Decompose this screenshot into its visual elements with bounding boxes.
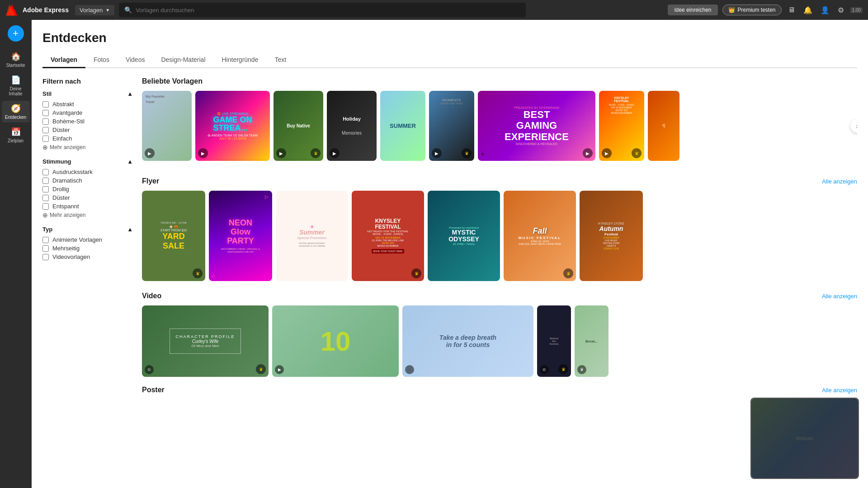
filter-item-entspannt[interactable]: Entspannt (42, 203, 133, 210)
tabs: Vorlagen Fotos Videos Design-Material Hi… (42, 52, 857, 68)
bell-icon[interactable]: 🔔 (802, 6, 814, 14)
monitor-icon[interactable]: 🖥 (786, 6, 797, 14)
template-card-moments[interactable]: MOMENTS FROM THE YEAR ▶ ♛ (429, 91, 474, 161)
filter-item-drollig[interactable]: Drollig (42, 186, 133, 192)
document-icon: 📄 (11, 75, 21, 85)
play-icon-4[interactable]: ▶ (330, 148, 340, 158)
filter-header-typ[interactable]: Typ ▲ (42, 226, 133, 233)
add-icon: + (481, 150, 485, 158)
filter-item-videovorlagen[interactable]: Videovorlagen (42, 253, 133, 260)
webcam-overlay: Webcam (750, 398, 859, 479)
search-input[interactable] (136, 7, 520, 14)
scroll-right-arrow[interactable]: › (850, 119, 857, 133)
play-icon-3[interactable]: ▶ (276, 148, 286, 158)
video-card-breathe2[interactable]: Breat... ♛ (575, 305, 609, 377)
chevron-up-icon-2: ▲ (127, 158, 133, 165)
chevron-down-icon: ▼ (105, 8, 110, 13)
premium-badge-behind: ♛ (558, 364, 568, 374)
sidebar-item-startseite[interactable]: 🏠 Startseite (2, 49, 30, 70)
premium-button[interactable]: 👑 Premium testen (722, 5, 782, 15)
poster-header: Poster Alle anzeigen (142, 386, 857, 394)
play-icon-2[interactable]: ▶ (198, 148, 208, 158)
more-stil[interactable]: ⊕ Mehr anzeigen (42, 144, 133, 151)
tab-vorlagen[interactable]: Vorlagen (42, 52, 85, 68)
video-card-breath[interactable]: Take a deep breathin for 5 counts ⊙ (402, 305, 533, 377)
play-icon-6[interactable]: ▶ (583, 148, 593, 158)
video-card-behind[interactable]: BehindtheScenes ⊙ ♛ (537, 305, 571, 377)
user-icon[interactable]: 👤 (819, 6, 831, 14)
diamond-icon: ◇ (212, 273, 215, 278)
tab-fotos[interactable]: Fotos (85, 52, 118, 68)
sidebar-label-zielplan: Zielplan (8, 138, 24, 143)
play-icon-7[interactable]: ▶ (602, 148, 612, 158)
video-see-all[interactable]: Alle anzeigen (822, 293, 857, 300)
play-badge-breathe2: ♛ (577, 365, 586, 374)
play-icon-5[interactable]: ▶ (432, 148, 442, 158)
calendar-icon: 📅 (11, 127, 21, 137)
filter-header-stimmung[interactable]: Stimmung ▲ (42, 158, 133, 165)
play-badge-behind: ⊙ (540, 365, 549, 374)
nav-right: Idee einreichen 👑 Premium testen 🖥 🔔 👤 ⚙… (668, 5, 863, 15)
app-body: + 🏠 Startseite 📄 Deine Inhalte 🧭 Entdeck… (0, 20, 868, 488)
template-card-mountain[interactable]: My Favorite Travel ▶ (142, 91, 192, 161)
template-card-buynative[interactable]: Buy Native ▶ ♛ (274, 91, 323, 161)
chevron-up-icon-3: ▲ (127, 226, 133, 233)
sidebar: + 🏠 Startseite 📄 Deine Inhalte 🧭 Entdeck… (0, 20, 32, 488)
filter-item-mehrseitig[interactable]: Mehrseitig (42, 245, 133, 252)
video-card-ten[interactable]: 10 ▶ (272, 305, 399, 377)
filter-section-typ: Typ ▲ Animierte Vorlagen Mehrseitig Vide… (42, 226, 133, 260)
premium-badge-3: ♛ (311, 148, 321, 158)
flyer-card-neon[interactable]: ▷ NEONGlowPARTY 1614 KIMBERLY DRIVE, CHI… (209, 191, 272, 281)
flyer-card-autumn[interactable]: KYNSLEY LYONS Autumn Festival 15 NOVEMBE… (580, 191, 643, 281)
video-card-character[interactable]: CHARACTER PROFILE Curley's Wife Of Mice … (142, 305, 269, 377)
premium-badge-5: ♛ (462, 148, 472, 158)
add-button[interactable]: + (8, 25, 24, 42)
filter-item-duster[interactable]: Düster (42, 127, 133, 133)
flyer-card-mystic[interactable]: Presented by myerbrand MYSTICODYSSEY 22 … (428, 191, 500, 281)
more-stimmung[interactable]: ⊕ Mehr anzeigen (42, 211, 133, 219)
flyer-card-knysley-fest[interactable]: KNYSLEYFESTIVAL GET READY FOR THE FESTIV… (352, 191, 424, 281)
play-icon-1[interactable]: ▶ (145, 148, 155, 158)
template-card-extra[interactable]: 🍕 (648, 91, 679, 161)
webcam-feed: Webcam (751, 399, 858, 478)
flyer-card-yardsale[interactable]: FROM 8 AM – 12 PM 🏠 🎃 START FROM $20 YAR… (142, 191, 205, 281)
filter-item-boheme[interactable]: Bohème-Stil (42, 118, 133, 125)
template-card-game[interactable]: 🔴 LIVE STREAMING GAME ONSTREA... 🕹 ANSEN… (195, 91, 270, 161)
flyer-see-all[interactable]: Alle anzeigen (822, 178, 857, 185)
filter-item-duster2[interactable]: Düster (42, 194, 133, 201)
template-card-summer[interactable]: SUMMER (380, 91, 425, 161)
tab-text[interactable]: Text (266, 52, 294, 68)
sidebar-label-entdecken: Entdecken (5, 115, 26, 120)
filter-item-ausdrucksstark[interactable]: Ausdrucksstark (42, 169, 133, 175)
filter-item-animierte[interactable]: Animierte Vorlagen (42, 236, 133, 243)
filter-item-abstrakt[interactable]: Abstrakt (42, 101, 133, 108)
filter-item-einfach[interactable]: Einfach (42, 135, 133, 142)
filter-header-stil[interactable]: Stil ▲ (42, 90, 133, 97)
tab-hintergruende[interactable]: Hintergründe (214, 52, 267, 68)
version-badge: 1.00 (850, 7, 863, 13)
idea-button[interactable]: Idee einreichen (668, 5, 717, 15)
filter-title: Filtern nach (42, 77, 133, 85)
poster-see-all[interactable]: Alle anzeigen (822, 387, 857, 394)
play-badge-char: ⊙ (145, 365, 154, 374)
template-card-gaming[interactable]: Presented by Myerbrand BESTGAMINGEXPERIE… (478, 91, 595, 161)
sidebar-item-deine-inhalte[interactable]: 📄 Deine Inhalte (2, 72, 30, 99)
filter-item-avantgarde[interactable]: Avantgarde (42, 109, 133, 116)
flyer-grid: FROM 8 AM – 12 PM 🏠 🎃 START FROM $20 YAR… (142, 191, 857, 281)
premium-label: Premium testen (738, 7, 776, 13)
flyer-section: Flyer Alle anzeigen FROM 8 AM – 12 PM 🏠 … (142, 177, 857, 281)
tab-design-material[interactable]: Design-Material (153, 52, 213, 68)
template-selector[interactable]: Vorlagen ▼ (75, 5, 114, 15)
flyer-card-summer-promo[interactable]: 🌸 Summer Special Promotion Get this spec… (276, 191, 348, 281)
sidebar-item-entdecken[interactable]: 🧭 Entdecken (2, 101, 30, 122)
filter-item-dramatisch[interactable]: Dramatisch (42, 177, 133, 184)
tab-videos[interactable]: Videos (118, 52, 153, 68)
template-card-knysley[interactable]: KNYSLEYFESTIVAL MUSIC . FOOD . DANCE SAT… (599, 91, 644, 161)
adobe-logo[interactable] (5, 4, 18, 16)
premium-badge-7: ♛ (632, 148, 642, 158)
settings-icon[interactable]: ⚙ (836, 6, 846, 14)
template-card-holiday[interactable]: Holiday Memories ▶ (327, 91, 377, 161)
flyer-card-fall[interactable]: Fall MUSIC FESTIVAL JUNE 26, 20XX JANE D… (504, 191, 576, 281)
popular-header: Beliebte Vorlagen (142, 77, 857, 85)
sidebar-item-zielplan[interactable]: 📅 Zielplan (2, 124, 30, 146)
